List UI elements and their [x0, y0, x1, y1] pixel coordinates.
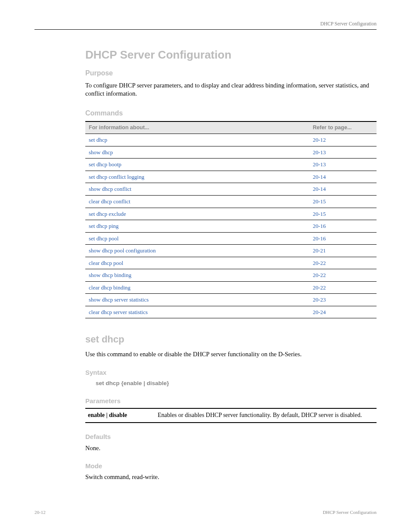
page-ref-link[interactable]: 20-21 [313, 247, 326, 254]
command-link[interactable]: clear dhcp conflict [89, 198, 131, 205]
page-title: DHCP Server Configuration [85, 47, 377, 62]
command-name-cell: show dhcp [85, 146, 309, 159]
page-ref-cell: 20-22 [309, 281, 377, 294]
parameters-table: enable | disableEnables or disables DHCP… [85, 408, 377, 423]
defaults-heading: Defaults [85, 432, 377, 441]
table-header-left: For information about... [85, 121, 309, 134]
mode-text: Switch command, read-write. [85, 473, 377, 482]
page-ref-cell: 20-15 [309, 196, 377, 208]
table-row: enable | disableEnables or disables DHCP… [85, 408, 377, 423]
commands-table: For information about... Refer to page..… [85, 121, 377, 318]
page-ref-cell: 20-22 [309, 257, 377, 269]
page-ref-cell: 20-12 [309, 134, 377, 146]
page-ref-link[interactable]: 20-13 [313, 149, 326, 156]
command-name-cell: clear dhcp binding [85, 281, 309, 294]
page-ref-cell: 20-14 [309, 171, 377, 183]
running-header: DHCP Server Configuration [320, 21, 377, 28]
table-row: clear dhcp server statistics20-24 [85, 306, 377, 318]
command-link[interactable]: show dhcp server statistics [89, 296, 149, 303]
command-link[interactable]: clear dhcp server statistics [89, 309, 148, 315]
header-rule [34, 29, 377, 30]
page-ref-cell: 20-22 [309, 269, 377, 282]
command-link[interactable]: set dhcp bootp [89, 161, 121, 168]
command-link[interactable]: show dhcp conflict [89, 186, 131, 192]
param-desc: Enables or disables DHCP server function… [155, 408, 377, 423]
page-ref-cell: 20-16 [309, 232, 377, 245]
page-footer: 20-12 DHCP Server Configuration [34, 509, 377, 516]
page-ref-link[interactable]: 20-22 [313, 272, 326, 278]
page-ref-cell: 20-16 [309, 220, 377, 233]
command-name-cell: set dhcp [85, 134, 309, 146]
page-ref-link[interactable]: 20-14 [313, 186, 326, 192]
command-link[interactable]: set dhcp ping [89, 223, 118, 229]
command-name-cell: set dhcp conflict logging [85, 171, 309, 183]
table-row: set dhcp exclude20-15 [85, 208, 377, 220]
page-ref-cell: 20-21 [309, 245, 377, 257]
command-name-cell: clear dhcp conflict [85, 196, 309, 208]
table-row: show dhcp binding20-22 [85, 269, 377, 282]
footer-section-title: DHCP Server Configuration [323, 509, 377, 516]
command-section-heading: set dhcp [85, 333, 377, 346]
command-name-cell: set dhcp pool [85, 232, 309, 245]
syntax-text: set dhcp {enable | disable} [85, 380, 377, 387]
parameters-heading: Parameters [85, 397, 377, 405]
table-row: clear dhcp pool20-22 [85, 257, 377, 269]
mode-heading: Mode [85, 462, 377, 470]
page-ref-link[interactable]: 20-22 [313, 284, 326, 291]
table-header-right: Refer to page... [309, 121, 377, 134]
table-row: show dhcp conflict20-14 [85, 183, 377, 196]
command-link[interactable]: clear dhcp pool [89, 260, 123, 266]
table-row: clear dhcp conflict20-15 [85, 196, 377, 208]
command-link[interactable]: set dhcp exclude [89, 211, 126, 217]
page-ref-cell: 20-23 [309, 294, 377, 306]
param-name: enable | disable [85, 408, 155, 423]
command-name-cell: clear dhcp server statistics [85, 306, 309, 318]
command-name-cell: set dhcp bootp [85, 159, 309, 171]
page-ref-cell: 20-24 [309, 306, 377, 318]
table-row: show dhcp20-13 [85, 146, 377, 159]
command-link[interactable]: show dhcp pool configuration [89, 247, 156, 254]
command-link[interactable]: clear dhcp binding [89, 284, 131, 291]
page-ref-cell: 20-15 [309, 208, 377, 220]
page-ref-link[interactable]: 20-24 [313, 309, 326, 315]
page-ref-link[interactable]: 20-13 [313, 161, 326, 168]
page-ref-link[interactable]: 20-12 [313, 137, 326, 143]
command-name-cell: show dhcp pool configuration [85, 245, 309, 257]
page-ref-link[interactable]: 20-16 [313, 235, 326, 242]
commands-heading: Commands [85, 109, 377, 118]
table-row: show dhcp pool configuration20-21 [85, 245, 377, 257]
command-link[interactable]: set dhcp conflict logging [89, 174, 144, 180]
page-ref-link[interactable]: 20-14 [313, 174, 326, 180]
table-row: set dhcp20-12 [85, 134, 377, 146]
defaults-text: None. [85, 444, 377, 453]
page-ref-link[interactable]: 20-23 [313, 296, 326, 303]
page-ref-link[interactable]: 20-16 [313, 223, 326, 229]
purpose-heading: Purpose [85, 68, 377, 78]
command-name-cell: set dhcp exclude [85, 208, 309, 220]
table-row: set dhcp pool20-16 [85, 232, 377, 245]
command-section-desc: Use this command to enable or disable th… [85, 350, 377, 359]
page-content: DHCP Server Configuration Purpose To con… [85, 47, 377, 482]
page-ref-cell: 20-13 [309, 159, 377, 171]
command-name-cell: show dhcp conflict [85, 183, 309, 196]
table-row: set dhcp bootp20-13 [85, 159, 377, 171]
command-name-cell: set dhcp ping [85, 220, 309, 233]
page-ref-link[interactable]: 20-15 [313, 198, 326, 205]
syntax-heading: Syntax [85, 368, 377, 377]
command-name-cell: clear dhcp pool [85, 257, 309, 269]
table-row: show dhcp server statistics20-23 [85, 294, 377, 306]
command-link[interactable]: show dhcp binding [89, 272, 131, 278]
page-ref-link[interactable]: 20-15 [313, 211, 326, 217]
command-link[interactable]: set dhcp pool [89, 235, 118, 242]
table-row: clear dhcp binding20-22 [85, 281, 377, 294]
command-link[interactable]: show dhcp [89, 149, 113, 156]
purpose-text: To configure DHCP server parameters, and… [85, 81, 377, 98]
command-name-cell: show dhcp binding [85, 269, 309, 282]
page-ref-cell: 20-14 [309, 183, 377, 196]
footer-page-number: 20-12 [34, 509, 46, 516]
command-link[interactable]: set dhcp [89, 137, 107, 143]
page-ref-link[interactable]: 20-22 [313, 260, 326, 266]
table-row: set dhcp conflict logging20-14 [85, 171, 377, 183]
page-ref-cell: 20-13 [309, 146, 377, 159]
command-name-cell: show dhcp server statistics [85, 294, 309, 306]
